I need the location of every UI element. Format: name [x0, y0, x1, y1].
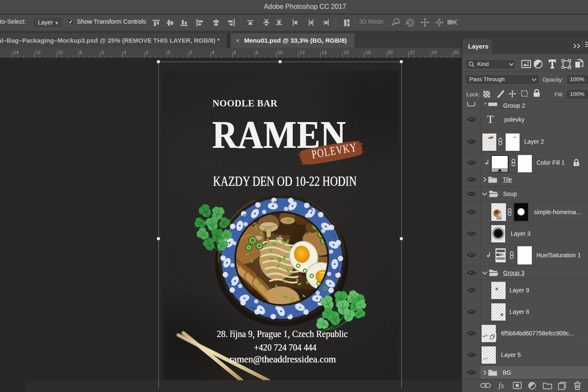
- svg-text:fx: fx: [498, 381, 504, 390]
